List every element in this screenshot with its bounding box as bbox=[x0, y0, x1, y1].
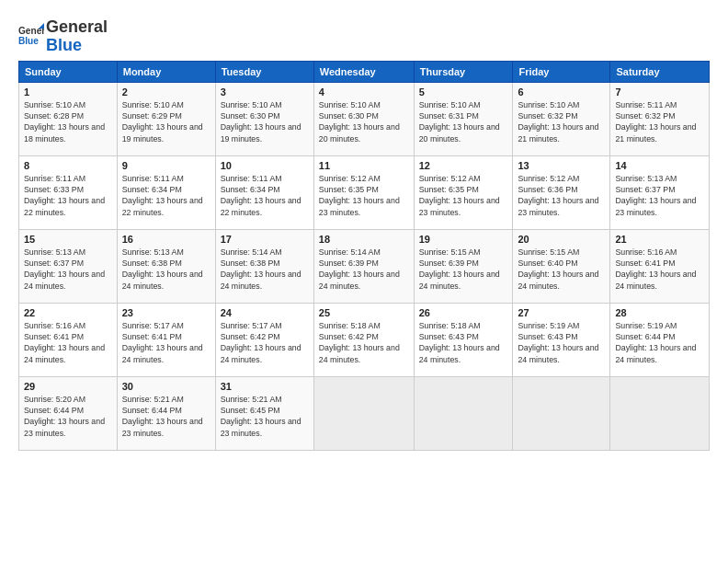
calendar-cell-day-6: 6Sunrise: 5:10 AMSunset: 6:32 PMDaylight… bbox=[513, 82, 610, 155]
day-info: Sunrise: 5:11 AMSunset: 6:34 PMDaylight:… bbox=[122, 173, 210, 218]
day-info: Sunrise: 5:11 AMSunset: 6:32 PMDaylight:… bbox=[615, 99, 704, 144]
calendar-cell-day-31: 31Sunrise: 5:21 AMSunset: 6:45 PMDayligh… bbox=[215, 376, 313, 450]
calendar-week-3: 15Sunrise: 5:13 AMSunset: 6:37 PMDayligh… bbox=[19, 229, 710, 303]
logo-icon: General Blue bbox=[18, 23, 44, 49]
day-info: Sunrise: 5:10 AMSunset: 6:31 PMDaylight:… bbox=[419, 99, 508, 144]
day-info: Sunrise: 5:12 AMSunset: 6:36 PMDaylight:… bbox=[518, 173, 605, 218]
calendar-cell-day-10: 10Sunrise: 5:11 AMSunset: 6:34 PMDayligh… bbox=[215, 155, 313, 229]
day-info: Sunrise: 5:13 AMSunset: 6:37 PMDaylight:… bbox=[615, 173, 704, 218]
calendar-week-1: 1Sunrise: 5:10 AMSunset: 6:28 PMDaylight… bbox=[19, 82, 710, 155]
calendar-empty-cell bbox=[513, 376, 610, 450]
calendar-cell-day-30: 30Sunrise: 5:21 AMSunset: 6:44 PMDayligh… bbox=[117, 376, 215, 450]
logo-blue: Blue bbox=[46, 36, 82, 54]
calendar-header-row: SundayMondayTuesdayWednesdayThursdayFrid… bbox=[19, 61, 710, 82]
day-info: Sunrise: 5:12 AMSunset: 6:35 PMDaylight:… bbox=[419, 173, 508, 218]
day-number: 27 bbox=[518, 307, 605, 318]
svg-text:Blue: Blue bbox=[18, 36, 39, 46]
calendar-cell-day-19: 19Sunrise: 5:15 AMSunset: 6:39 PMDayligh… bbox=[414, 229, 513, 303]
calendar-cell-day-2: 2Sunrise: 5:10 AMSunset: 6:29 PMDaylight… bbox=[117, 82, 215, 155]
calendar-table: SundayMondayTuesdayWednesdayThursdayFrid… bbox=[18, 61, 710, 451]
day-number: 23 bbox=[122, 307, 210, 318]
day-info: Sunrise: 5:21 AMSunset: 6:45 PMDaylight:… bbox=[221, 394, 309, 439]
day-info: Sunrise: 5:21 AMSunset: 6:44 PMDaylight:… bbox=[122, 394, 210, 439]
day-number: 2 bbox=[122, 86, 210, 98]
calendar-cell-day-14: 14Sunrise: 5:13 AMSunset: 6:37 PMDayligh… bbox=[610, 155, 710, 229]
header: General Blue General Blue bbox=[18, 15, 710, 55]
day-number: 24 bbox=[221, 307, 309, 318]
day-number: 4 bbox=[319, 86, 409, 98]
calendar-cell-day-20: 20Sunrise: 5:15 AMSunset: 6:40 PMDayligh… bbox=[513, 229, 610, 303]
calendar-empty-cell bbox=[414, 376, 513, 450]
calendar-header-saturday: Saturday bbox=[610, 61, 710, 82]
day-info: Sunrise: 5:13 AMSunset: 6:37 PMDaylight:… bbox=[24, 247, 112, 292]
calendar-cell-day-21: 21Sunrise: 5:16 AMSunset: 6:41 PMDayligh… bbox=[610, 229, 710, 303]
calendar-cell-day-7: 7Sunrise: 5:11 AMSunset: 6:32 PMDaylight… bbox=[610, 82, 710, 155]
day-info: Sunrise: 5:15 AMSunset: 6:39 PMDaylight:… bbox=[419, 247, 508, 292]
day-number: 30 bbox=[122, 381, 210, 392]
calendar-cell-day-29: 29Sunrise: 5:20 AMSunset: 6:44 PMDayligh… bbox=[19, 376, 118, 450]
calendar-cell-day-23: 23Sunrise: 5:17 AMSunset: 6:41 PMDayligh… bbox=[117, 303, 215, 376]
day-info: Sunrise: 5:17 AMSunset: 6:42 PMDaylight:… bbox=[221, 320, 309, 365]
day-number: 28 bbox=[615, 307, 704, 318]
day-number: 25 bbox=[319, 307, 409, 318]
day-number: 11 bbox=[319, 160, 409, 171]
day-info: Sunrise: 5:18 AMSunset: 6:43 PMDaylight:… bbox=[419, 320, 508, 365]
day-number: 19 bbox=[419, 234, 508, 245]
day-number: 15 bbox=[24, 234, 112, 245]
day-info: Sunrise: 5:10 AMSunset: 6:30 PMDaylight:… bbox=[319, 99, 409, 144]
day-number: 17 bbox=[221, 234, 309, 245]
day-info: Sunrise: 5:18 AMSunset: 6:42 PMDaylight:… bbox=[319, 320, 409, 365]
day-info: Sunrise: 5:16 AMSunset: 6:41 PMDaylight:… bbox=[615, 247, 704, 292]
calendar-cell-day-27: 27Sunrise: 5:19 AMSunset: 6:43 PMDayligh… bbox=[513, 303, 610, 376]
calendar-week-5: 29Sunrise: 5:20 AMSunset: 6:44 PMDayligh… bbox=[19, 376, 710, 450]
day-number: 7 bbox=[615, 86, 704, 98]
day-info: Sunrise: 5:17 AMSunset: 6:41 PMDaylight:… bbox=[122, 320, 210, 365]
day-number: 13 bbox=[518, 160, 605, 171]
day-number: 3 bbox=[221, 86, 309, 98]
calendar-cell-day-16: 16Sunrise: 5:13 AMSunset: 6:38 PMDayligh… bbox=[117, 229, 215, 303]
day-info: Sunrise: 5:12 AMSunset: 6:35 PMDaylight:… bbox=[319, 173, 409, 218]
logo: General Blue General Blue bbox=[18, 18, 108, 55]
day-number: 12 bbox=[419, 160, 508, 171]
day-number: 16 bbox=[122, 234, 210, 245]
logo-general: General bbox=[46, 17, 108, 36]
day-number: 31 bbox=[221, 381, 309, 392]
calendar-cell-day-18: 18Sunrise: 5:14 AMSunset: 6:39 PMDayligh… bbox=[313, 229, 414, 303]
day-number: 6 bbox=[518, 86, 605, 98]
day-info: Sunrise: 5:15 AMSunset: 6:40 PMDaylight:… bbox=[518, 247, 605, 292]
calendar-cell-day-26: 26Sunrise: 5:18 AMSunset: 6:43 PMDayligh… bbox=[414, 303, 513, 376]
day-info: Sunrise: 5:16 AMSunset: 6:41 PMDaylight:… bbox=[24, 320, 112, 365]
page: General Blue General Blue SundayMondayTu… bbox=[0, 0, 728, 563]
calendar-cell-day-12: 12Sunrise: 5:12 AMSunset: 6:35 PMDayligh… bbox=[414, 155, 513, 229]
day-number: 21 bbox=[615, 234, 704, 245]
day-number: 26 bbox=[419, 307, 508, 318]
calendar-cell-day-11: 11Sunrise: 5:12 AMSunset: 6:35 PMDayligh… bbox=[313, 155, 414, 229]
day-number: 22 bbox=[24, 307, 112, 318]
day-info: Sunrise: 5:13 AMSunset: 6:38 PMDaylight:… bbox=[122, 247, 210, 292]
calendar-empty-cell bbox=[313, 376, 414, 450]
day-number: 1 bbox=[24, 86, 112, 98]
calendar-empty-cell bbox=[610, 376, 710, 450]
calendar-header-friday: Friday bbox=[513, 61, 610, 82]
day-info: Sunrise: 5:10 AMSunset: 6:30 PMDaylight:… bbox=[221, 99, 309, 144]
calendar-cell-day-1: 1Sunrise: 5:10 AMSunset: 6:28 PMDaylight… bbox=[19, 82, 118, 155]
day-info: Sunrise: 5:20 AMSunset: 6:44 PMDaylight:… bbox=[24, 394, 112, 439]
calendar-cell-day-24: 24Sunrise: 5:17 AMSunset: 6:42 PMDayligh… bbox=[215, 303, 313, 376]
day-info: Sunrise: 5:10 AMSunset: 6:32 PMDaylight:… bbox=[518, 99, 605, 144]
calendar-header-wednesday: Wednesday bbox=[313, 61, 414, 82]
calendar-cell-day-28: 28Sunrise: 5:19 AMSunset: 6:44 PMDayligh… bbox=[610, 303, 710, 376]
day-number: 29 bbox=[24, 381, 112, 392]
calendar-cell-day-22: 22Sunrise: 5:16 AMSunset: 6:41 PMDayligh… bbox=[19, 303, 118, 376]
day-number: 20 bbox=[518, 234, 605, 245]
calendar-cell-day-3: 3Sunrise: 5:10 AMSunset: 6:30 PMDaylight… bbox=[215, 82, 313, 155]
calendar-header-thursday: Thursday bbox=[414, 61, 513, 82]
calendar-cell-day-8: 8Sunrise: 5:11 AMSunset: 6:33 PMDaylight… bbox=[19, 155, 118, 229]
day-number: 9 bbox=[122, 160, 210, 171]
calendar-header-tuesday: Tuesday bbox=[215, 61, 313, 82]
day-info: Sunrise: 5:10 AMSunset: 6:28 PMDaylight:… bbox=[24, 99, 112, 144]
logo-text: General Blue bbox=[46, 18, 108, 55]
day-info: Sunrise: 5:19 AMSunset: 6:43 PMDaylight:… bbox=[518, 320, 605, 365]
day-info: Sunrise: 5:11 AMSunset: 6:34 PMDaylight:… bbox=[221, 173, 309, 218]
day-info: Sunrise: 5:10 AMSunset: 6:29 PMDaylight:… bbox=[122, 99, 210, 144]
calendar-cell-day-5: 5Sunrise: 5:10 AMSunset: 6:31 PMDaylight… bbox=[414, 82, 513, 155]
